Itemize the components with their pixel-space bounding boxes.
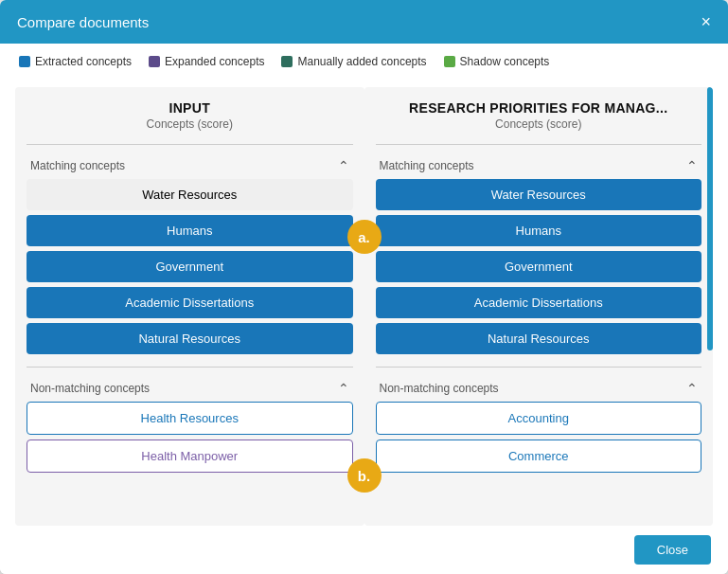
shadow-label: Shadow concepts: [460, 55, 550, 68]
right-matching-label: Matching concepts: [380, 159, 474, 172]
left-humans-btn[interactable]: Humans: [27, 215, 353, 246]
right-humans-btn[interactable]: Humans: [376, 215, 702, 246]
right-government-btn[interactable]: Government: [376, 251, 702, 282]
left-non-matching-chevron[interactable]: ⌃: [338, 381, 349, 396]
compare-documents-modal: Compare documents × Extracted concepts E…: [0, 0, 728, 574]
left-panel-header: INPUT Concepts (score): [27, 87, 353, 136]
left-panel-subtitle: Concepts (score): [27, 117, 353, 131]
right-panel-subtitle: Concepts (score): [376, 117, 702, 131]
manually-added-label: Manually added concepts: [297, 55, 426, 68]
modal-footer: Close: [0, 526, 728, 574]
right-non-matching-chevron[interactable]: ⌃: [686, 381, 698, 396]
right-natural-resources-btn[interactable]: Natural Resources: [376, 323, 702, 354]
expanded-label: Expanded concepts: [165, 55, 264, 68]
manually-added-dot: [281, 56, 293, 67]
left-health-manpower-btn[interactable]: Health Manpower: [27, 439, 353, 473]
right-divider-top: [376, 144, 702, 145]
left-matching-chevron[interactable]: ⌃: [338, 158, 349, 173]
left-panel: INPUT Concepts (score) Matching concepts…: [15, 87, 364, 526]
right-panel: RESEARCH PRIORITIES FOR MANAG... Concept…: [364, 87, 714, 526]
left-matching-section: Matching concepts ⌃: [27, 152, 353, 179]
right-accounting-btn[interactable]: Accounting: [376, 402, 702, 435]
modal-title: Compare documents: [17, 14, 149, 30]
left-panel-title: INPUT: [27, 100, 353, 116]
right-academic-dissertations-btn[interactable]: Academic Dissertations: [376, 287, 702, 318]
right-matching-chevron[interactable]: ⌃: [686, 158, 698, 173]
badge-b: b.: [347, 458, 382, 493]
right-non-matching-label: Non-matching concepts: [380, 382, 499, 395]
right-matching-section: Matching concepts ⌃: [376, 152, 702, 179]
close-button[interactable]: Close: [634, 535, 711, 565]
left-water-resources-btn[interactable]: Water Resources: [27, 179, 353, 210]
extracted-dot: [19, 56, 30, 67]
modal-close-x-button[interactable]: ×: [701, 13, 711, 30]
legend-bar: Extracted concepts Expanded concepts Man…: [0, 44, 728, 80]
right-divider-bottom: [376, 367, 702, 368]
scroll-indicator[interactable]: [707, 87, 713, 350]
left-government-btn[interactable]: Government: [27, 251, 353, 282]
expanded-dot: [149, 56, 160, 67]
shadow-dot: [444, 56, 455, 67]
left-academic-dissertations-btn[interactable]: Academic Dissertations: [27, 287, 353, 318]
right-commerce-btn[interactable]: Commerce: [376, 439, 702, 473]
left-natural-resources-btn[interactable]: Natural Resources: [27, 323, 353, 354]
extracted-label: Extracted concepts: [35, 55, 132, 68]
left-divider-top: [27, 144, 353, 145]
modal-header: Compare documents ×: [0, 0, 728, 44]
left-matching-label: Matching concepts: [30, 159, 125, 172]
right-water-resources-btn[interactable]: Water Resources: [376, 179, 702, 210]
right-panel-header: RESEARCH PRIORITIES FOR MANAG... Concept…: [376, 87, 702, 136]
right-panel-title: RESEARCH PRIORITIES FOR MANAG...: [376, 100, 702, 116]
legend-shadow: Shadow concepts: [444, 55, 550, 68]
right-non-matching-section: Non-matching concepts ⌃: [376, 375, 702, 402]
panels-container: a. b. INPUT Concepts (score) Matching co…: [0, 80, 728, 526]
left-non-matching-section: Non-matching concepts ⌃: [27, 375, 353, 402]
legend-expanded: Expanded concepts: [149, 55, 264, 68]
legend-extracted: Extracted concepts: [19, 55, 132, 68]
badge-a: a.: [347, 220, 382, 254]
legend-manually-added: Manually added concepts: [281, 55, 426, 68]
left-divider-bottom: [27, 367, 353, 368]
left-non-matching-label: Non-matching concepts: [30, 382, 150, 395]
left-health-resources-btn[interactable]: Health Resources: [27, 402, 353, 435]
